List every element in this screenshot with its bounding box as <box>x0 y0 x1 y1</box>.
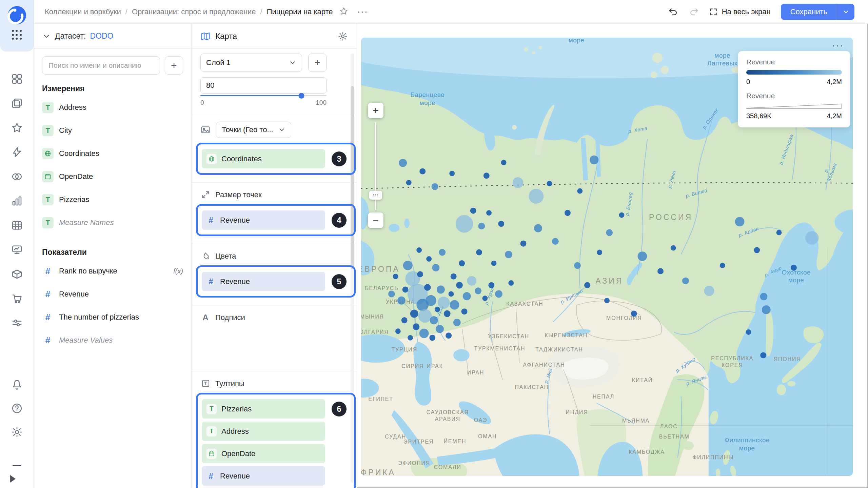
datalens-logo[interactable] <box>7 5 27 25</box>
measures-list: #Rank по выручкеf(x)#Revenue#The number … <box>34 260 191 352</box>
undo-icon[interactable] <box>668 7 678 17</box>
expand-arrow-icon[interactable] <box>10 475 16 483</box>
redo-icon[interactable] <box>689 7 699 17</box>
field-row[interactable]: #The number of pizzerias <box>34 306 191 329</box>
field-row[interactable]: TAddress <box>34 96 191 119</box>
field-row[interactable]: TPizzerias <box>34 188 191 211</box>
field-row[interactable]: #Revenue <box>34 283 191 306</box>
field-row[interactable]: Coordinates <box>34 142 191 165</box>
add-layer-button[interactable]: + <box>308 54 327 72</box>
fullscreen-icon <box>709 7 718 16</box>
field-row[interactable]: TMeasure Names <box>34 211 191 234</box>
rail-bottom-items <box>0 373 34 444</box>
labels-a-icon: A <box>200 313 211 322</box>
breadcrumb-item[interactable]: Коллекции и воркбуки <box>45 7 121 16</box>
config-scrollbar-thumb[interactable] <box>351 86 354 269</box>
layer-select-value: Слой 1 <box>206 58 231 67</box>
dimensions-title: Измерения <box>34 75 191 96</box>
field-label: City <box>59 126 72 135</box>
marketplace-icon[interactable] <box>0 286 34 311</box>
opacity-slider-handle[interactable] <box>298 93 304 99</box>
legend-size-max: 4,2M <box>827 112 842 120</box>
chart-settings-gear-icon[interactable] <box>338 31 348 41</box>
fullscreen-label: На весь экран <box>722 7 771 16</box>
chart-more-icon[interactable]: ··· <box>832 40 844 51</box>
legend-size-min: 358,69K <box>746 112 772 120</box>
map-canvas[interactable]: мореБаренцево мореморе ЛаптевыхОхотское … <box>361 38 853 476</box>
chart-config-header: Карта <box>192 24 357 49</box>
paint-icon <box>200 251 211 261</box>
tables-icon[interactable] <box>0 213 34 238</box>
geotype-select[interactable]: Точки (Гео то... <box>216 122 291 138</box>
charts-icon[interactable] <box>0 189 34 213</box>
functions-icon[interactable] <box>0 140 34 164</box>
legend-color-max: 4,2M <box>827 78 842 86</box>
field-chip[interactable]: #Revenue <box>202 272 325 291</box>
text-field-icon: T <box>42 194 54 205</box>
breadcrumb-separator: / <box>125 7 127 16</box>
number-field-icon: # <box>206 216 215 225</box>
datasets-icon[interactable] <box>0 164 34 189</box>
chevron-down-icon <box>842 8 850 16</box>
field-chip[interactable]: TAddress <box>202 422 325 441</box>
colors-section-header: Цвета <box>192 251 357 261</box>
collapse-handle[interactable] <box>0 465 34 466</box>
opacity-input[interactable]: 80 <box>200 77 327 94</box>
breadcrumb-item[interactable]: Пиццерии на карте <box>267 7 333 16</box>
chart-config-panel: Карта Слой 1 + 80 0 100 <box>192 24 357 488</box>
storage-icon[interactable] <box>0 262 34 286</box>
fullscreen-button[interactable]: На весь экран <box>709 7 771 16</box>
save-dropdown-button[interactable] <box>837 4 854 20</box>
field-row[interactable]: #Rank по выручкеf(x) <box>34 260 191 283</box>
field-search-input[interactable] <box>42 56 160 75</box>
settings-icon[interactable] <box>0 420 34 444</box>
notifications-icon[interactable] <box>0 373 34 396</box>
editor-icon[interactable] <box>0 238 34 262</box>
number-field-icon: # <box>206 471 215 481</box>
field-chip[interactable]: OpenDate <box>202 444 325 463</box>
layer-select[interactable]: Слой 1 <box>200 54 302 72</box>
field-chip[interactable]: Coordinates <box>202 149 325 168</box>
chip-label: Coordinates <box>221 155 262 163</box>
legend-color-range: 0 4,2M <box>746 78 842 86</box>
dashboards-icon[interactable] <box>0 67 34 91</box>
breadcrumb-item[interactable]: Организации: спрос и предложение <box>132 7 256 16</box>
save-button[interactable]: Сохранить <box>781 4 837 20</box>
date-field-icon <box>42 171 54 182</box>
callout-size: #Revenue 4 <box>196 204 356 236</box>
legend-size-title: Revenue <box>746 92 842 100</box>
field-chip[interactable]: #Revenue <box>202 210 325 230</box>
dataset-name-link[interactable]: DODO <box>90 32 113 41</box>
collapse-chevron-icon[interactable] <box>42 32 51 41</box>
breadcrumb: Коллекции и воркбуки/Организации: спрос … <box>45 7 333 16</box>
apps-grid-icon[interactable] <box>12 30 22 40</box>
zoom-in-button[interactable]: + <box>368 103 383 118</box>
field-row[interactable]: OpenDate <box>34 165 191 188</box>
breadcrumb-more-icon[interactable]: ··· <box>357 6 368 17</box>
legend-color-gradient <box>746 70 842 75</box>
geotype-row: Точки (Гео то... <box>192 122 357 138</box>
collections-icon[interactable] <box>0 91 34 116</box>
opacity-min-label: 0 <box>200 99 204 106</box>
text-field-icon: T <box>206 426 217 436</box>
opacity-slider[interactable] <box>200 93 327 99</box>
zoom-out-button[interactable]: − <box>368 212 383 228</box>
dimensions-list: TAddressTCityCoordinatesOpenDateTPizzeri… <box>34 96 191 234</box>
size-section-header: Размер точек <box>192 190 357 199</box>
opacity-control: 80 0 100 <box>200 77 327 106</box>
topbar: Коллекции и воркбуки/Организации: спрос … <box>34 0 868 24</box>
field-chip[interactable]: #Revenue <box>202 466 325 486</box>
field-row[interactable]: #Measure Values <box>34 329 191 352</box>
services-icon[interactable] <box>0 311 34 335</box>
zoom-slider-grip[interactable] <box>369 191 382 200</box>
add-field-button[interactable]: + <box>165 56 183 75</box>
field-label: Measure Names <box>59 218 114 227</box>
labels-drop-zone[interactable] <box>192 327 357 364</box>
favorite-star-icon[interactable] <box>339 6 349 17</box>
field-row[interactable]: TCity <box>34 119 191 142</box>
help-icon[interactable] <box>0 396 34 420</box>
opacity-max-label: 100 <box>316 99 327 106</box>
favorites-icon[interactable] <box>0 116 34 140</box>
field-chip[interactable]: TPizzerias <box>202 399 325 419</box>
field-label: Coordinates <box>59 149 99 158</box>
